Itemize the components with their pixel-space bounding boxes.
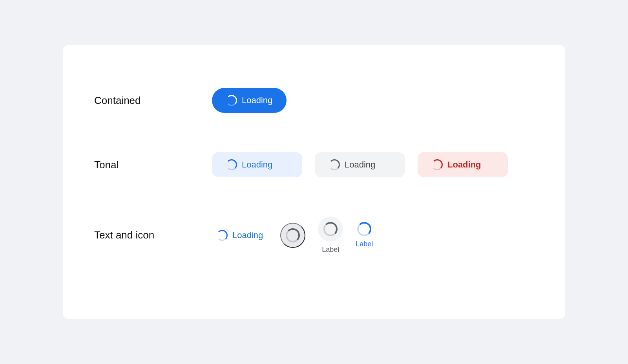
- tonal-blue-button[interactable]: Loading: [212, 152, 302, 177]
- text-icon-loading-button[interactable]: Loading: [212, 223, 268, 248]
- icon-label-blue-text: Label: [356, 240, 373, 248]
- tonal-blue-spinner: [226, 159, 237, 170]
- icon-label-blue-circle: [357, 222, 371, 236]
- text-icon-spinner: [217, 230, 228, 241]
- text-icon-content: Loading Label Label: [212, 217, 534, 254]
- icon-label-blue-spinner: [357, 222, 371, 236]
- icon-label-gray-circle: [318, 217, 343, 242]
- contained-loading-text: Loading: [242, 95, 272, 106]
- icon-label-gray-group: Label: [318, 217, 343, 254]
- main-card: Contained Loading Tonal Loading Loading …: [63, 45, 565, 319]
- tonal-label: Tonal: [94, 159, 212, 171]
- icon-label-blue-group: Label: [356, 222, 373, 248]
- tonal-row: Tonal Loading Loading Loading: [94, 133, 534, 197]
- text-icon-loading-text: Loading: [232, 230, 263, 240]
- contained-loading-button[interactable]: Loading: [212, 88, 287, 113]
- contained-buttons: Loading: [212, 88, 534, 113]
- text-icon-label: Text and icon: [94, 229, 212, 241]
- tonal-red-spinner: [432, 159, 443, 170]
- icon-gray-circle-spinner: [286, 228, 300, 242]
- icon-label-gray-spinner: [323, 222, 338, 236]
- icon-only-gray-button[interactable]: [280, 223, 305, 248]
- tonal-red-text: Loading: [447, 160, 481, 170]
- tonal-blue-text: Loading: [242, 160, 272, 170]
- tonal-gray-button[interactable]: Loading: [315, 152, 405, 177]
- icon-label-gray-text: Label: [322, 246, 339, 254]
- contained-label: Contained: [94, 95, 212, 107]
- contained-spinner: [226, 95, 237, 106]
- tonal-gray-text: Loading: [345, 160, 375, 170]
- contained-row: Contained Loading: [94, 68, 534, 133]
- tonal-red-button[interactable]: Loading: [418, 152, 508, 177]
- tonal-buttons: Loading Loading Loading: [212, 152, 534, 177]
- tonal-gray-spinner: [329, 159, 340, 170]
- text-icon-row: Text and icon Loading Label: [94, 197, 534, 273]
